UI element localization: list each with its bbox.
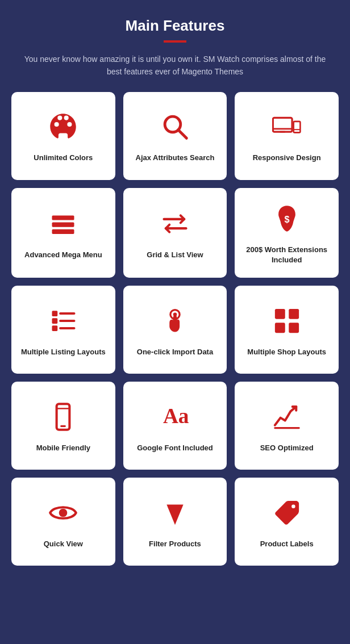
quick-view-label: Quick View bbox=[44, 539, 83, 549]
page-description: You never know how amazing it is until y… bbox=[16, 53, 334, 78]
svg-rect-2 bbox=[273, 118, 292, 132]
ajax-attributes-search-label: Ajax Attributes Search bbox=[136, 153, 215, 163]
svg-rect-7 bbox=[52, 215, 74, 220]
google-font-icon: Aa bbox=[160, 402, 190, 443]
mobile-friendly-icon bbox=[48, 402, 78, 443]
quick-view-icon bbox=[48, 498, 78, 539]
svg-point-35 bbox=[291, 504, 295, 508]
feature-card-google-font: Aa Google Font Included bbox=[123, 382, 227, 470]
svg-rect-8 bbox=[52, 222, 74, 227]
feature-card-200-worth: $ 200$ Worth Extensions Included bbox=[235, 188, 339, 278]
200-worth-icon: $ bbox=[272, 204, 302, 245]
svg-marker-34 bbox=[166, 504, 183, 525]
feature-card-grid-list-view: Grid & List View bbox=[123, 188, 227, 278]
200-worth-label: 200$ Worth Extensions Included bbox=[241, 245, 332, 265]
feature-card-mobile-friendly: Mobile Friendly bbox=[11, 382, 115, 470]
svg-rect-23 bbox=[275, 323, 285, 333]
svg-line-1 bbox=[178, 130, 187, 139]
svg-rect-21 bbox=[275, 308, 285, 319]
svg-rect-24 bbox=[289, 323, 299, 333]
responsive-design-icon bbox=[272, 112, 302, 153]
multiple-shop-layouts-icon bbox=[272, 306, 302, 347]
svg-text:Aa: Aa bbox=[163, 404, 189, 428]
feature-card-filter-products: Filter Products bbox=[123, 478, 227, 566]
ajax-attributes-search-icon bbox=[160, 112, 190, 153]
feature-card-advanced-mega-menu: Advanced Mega Menu bbox=[11, 188, 115, 278]
product-labels-label: Product Labels bbox=[260, 539, 314, 549]
svg-rect-9 bbox=[52, 229, 74, 234]
svg-text:$: $ bbox=[284, 214, 289, 224]
features-grid: Unlimited Colors Ajax Attributes Search … bbox=[11, 92, 339, 566]
multiple-listing-layouts-label: Multiple Listing Layouts bbox=[21, 347, 106, 357]
feature-card-quick-view: Quick View bbox=[11, 478, 115, 566]
multiple-shop-layouts-label: Multiple Shop Layouts bbox=[247, 347, 326, 357]
feature-card-multiple-listing-layouts: Multiple Listing Layouts bbox=[11, 286, 115, 374]
svg-point-30 bbox=[59, 508, 68, 517]
svg-rect-5 bbox=[293, 122, 300, 133]
filter-products-label: Filter Products bbox=[149, 539, 201, 549]
page-title: Main Features bbox=[11, 17, 339, 35]
grid-list-view-icon bbox=[160, 209, 190, 250]
svg-rect-14 bbox=[52, 318, 58, 324]
advanced-mega-menu-label: Advanced Mega Menu bbox=[24, 250, 102, 260]
svg-rect-22 bbox=[289, 308, 299, 319]
feature-card-responsive-design: Responsive Design bbox=[235, 92, 339, 180]
grid-list-view-label: Grid & List View bbox=[147, 250, 203, 260]
seo-optimized-label: SEO Optimized bbox=[260, 443, 314, 453]
svg-rect-15 bbox=[52, 325, 58, 331]
google-font-label: Google Font Included bbox=[137, 443, 213, 453]
product-labels-icon bbox=[272, 498, 302, 539]
feature-card-seo-optimized: SEO Optimized bbox=[235, 382, 339, 470]
svg-rect-13 bbox=[52, 311, 58, 316]
filter-products-icon bbox=[160, 498, 190, 539]
mobile-friendly-label: Mobile Friendly bbox=[36, 443, 90, 453]
feature-card-ajax-attributes-search: Ajax Attributes Search bbox=[123, 92, 227, 180]
page-header: Main Features You never know how amazing… bbox=[11, 17, 339, 78]
feature-card-unlimited-colors: Unlimited Colors bbox=[11, 92, 115, 180]
multiple-listing-layouts-icon bbox=[48, 306, 78, 347]
one-click-import-label: One-click Import Data bbox=[137, 347, 213, 357]
feature-card-multiple-shop-layouts: Multiple Shop Layouts bbox=[235, 286, 339, 374]
feature-card-product-labels: Product Labels bbox=[235, 478, 339, 566]
title-underline bbox=[164, 40, 186, 43]
seo-optimized-icon bbox=[272, 402, 302, 443]
one-click-import-icon bbox=[160, 306, 190, 347]
unlimited-colors-icon bbox=[48, 112, 78, 153]
advanced-mega-menu-icon bbox=[48, 209, 78, 250]
unlimited-colors-label: Unlimited Colors bbox=[34, 153, 93, 163]
feature-card-one-click-import: One-click Import Data bbox=[123, 286, 227, 374]
responsive-design-label: Responsive Design bbox=[253, 153, 321, 163]
